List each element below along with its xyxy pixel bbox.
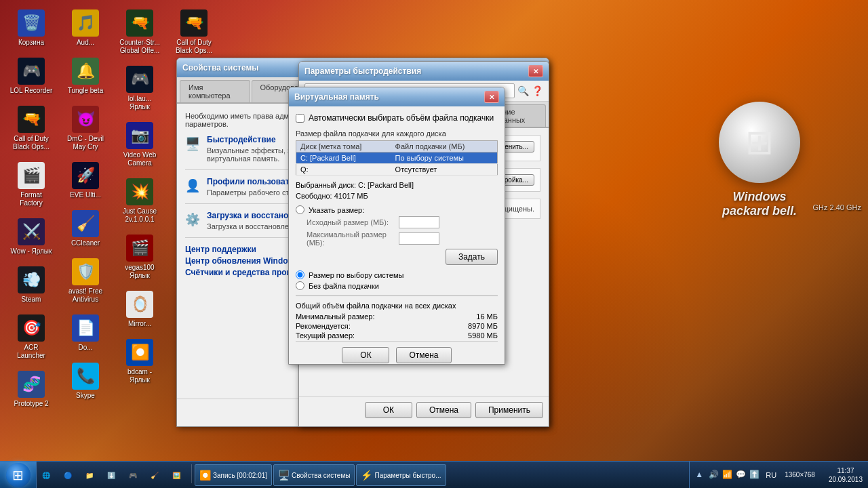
icon-lol-yarlyk[interactable]: 🎮 lol.lau... Ярлык [115,63,164,114]
perf-cancel-btn[interactable]: Отмена [416,402,471,418]
help-icon[interactable]: ❓ [532,85,543,96]
taskbar-tasks: 🌐 🔵 📁 ⬇️ 🎮 🧹 🖼️ ⏺️ Запись [37,462,689,488]
vm-free-value: 41017 МБ [334,192,368,200]
perf-ok-btn[interactable]: ОК [365,402,412,418]
search-icon[interactable]: 🔍 [517,85,529,96]
icon-acr[interactable]: 🎯 ACR Launcher [7,312,56,363]
cod-label: Call of Duty Black Ops... [9,135,53,151]
icon-prot2[interactable]: 🧬 Prototype 2 [7,368,56,411]
icon-avast[interactable]: 🛡️ avast! Free Antivirus [61,256,110,306]
vm-disk-row-c[interactable]: C: [Packard Bell] По выбору системы [296,152,498,164]
vm-min-value: 16 МБ [476,312,498,321]
vm-specify-radio[interactable] [296,205,304,214]
icon-eve[interactable]: 🚀 EVE Ulti... [61,159,110,202]
vm-none-radio[interactable] [296,281,304,290]
taskbar-explorer-btn[interactable]: 📁 [81,464,102,486]
rec-task-label: Запись [00:02:01] [213,472,267,479]
vm-close-btn[interactable]: ✕ [484,91,499,103]
vm-ok-btn[interactable]: ОК [342,347,389,363]
vm-titlebar[interactable]: Виртуальная память ✕ [289,87,505,106]
tray-volume-icon[interactable]: 🔊 [709,470,719,481]
icon-cs[interactable]: 🔫 Counter-Str... Global Offe... [115,7,164,58]
vm-initial-input[interactable] [399,216,439,228]
sys-task-icon: 🖥️ [278,470,289,481]
cod-icon: 🔫 [18,106,45,133]
icon-dmc[interactable]: 😈 DmC - Devil May Cry [61,103,110,154]
icon-cod[interactable]: 🔫 Call of Duty Black Ops... [7,103,56,154]
tray-network-icon[interactable]: 📶 [722,470,733,481]
icon-skype[interactable]: 📞 Skype [61,360,110,403]
taskbar-task-sys[interactable]: 🖥️ Свойства системы [273,464,355,486]
taskbar-utorrent-btn[interactable]: ⬇️ [103,464,123,486]
vm-dialog-title: Виртуальная память [294,92,484,102]
taskbar-chrome-btn[interactable]: 🔵 [60,464,80,486]
taskbar-media-btn[interactable]: 🖼️ [168,464,189,486]
tray-upload-icon[interactable]: ⬆️ [749,470,760,481]
icon-wow[interactable]: ⚔️ Wow - Ярлык [7,216,56,258]
vm-disk-row-q[interactable]: Q: Отсутствует [296,164,498,176]
vm-current-value: 5980 МБ [468,331,498,340]
icon-aud[interactable]: 🎵 Aud... [61,7,110,49]
icon-lol-recorder[interactable]: 🎮 LOL Recorder [7,55,56,98]
icon-ccleaner[interactable]: 🧹 CCleaner [61,207,110,250]
bdcam-label: bdcam - Ярлык [118,368,161,384]
wow-icon: ⚔️ [18,218,45,245]
tab-computer-name[interactable]: Имя компьютера [180,80,250,102]
vm-dialog-content: Автоматически выбирать объём файла подка… [289,106,505,364]
vm-system-label: Размер по выбору системы [309,271,403,279]
perf-apply-btn[interactable]: Применить [475,402,543,418]
perf-titlebar[interactable]: Параметры быстродействия ✕ [299,62,549,81]
do-label: Do... [78,344,92,352]
icon-bdcam[interactable]: ⏺️ bdcam - Ярлык [115,336,164,387]
tray-expand-icon[interactable]: ▲ [695,470,706,481]
taskbar-separator [191,464,192,483]
icon-steam[interactable]: 💨 Steam [7,264,56,306]
vm-selected-disk-label: Выбранный диск: [296,181,356,189]
tray-msg-icon[interactable]: 💬 [736,470,747,481]
vm-auto-label: Автоматически выбирать объём файла подка… [309,113,494,123]
vm-cancel-btn[interactable]: Отмена [396,347,451,363]
taskbar-lol-btn[interactable]: 🎮 [125,464,145,486]
vm-auto-checkbox[interactable] [296,114,304,123]
lol-tb-icon: 🎮 [129,472,137,479]
taskbar-cc-btn[interactable]: 🧹 [146,464,167,486]
jc-icon: 💥 [126,178,153,205]
icon-korzina[interactable]: 🗑️ Корзина [7,7,56,49]
icon-format[interactable]: 🎬 Format Factory [7,159,56,210]
tungle-icon: 🔔 [72,58,99,85]
taskbar-task-rec[interactable]: ⏺️ Запись [00:02:01] [195,464,272,486]
do-icon: 📄 [72,314,99,342]
acr-icon: 🎯 [18,314,45,342]
vm-disk-section-label: Размер файла подкачки для каждого диска [296,129,498,138]
taskbar-task-perf[interactable]: ⚡ Параметры быстро... [356,464,446,486]
icon-video[interactable]: 📷 Video Web Camera [115,119,164,170]
vm-system-radio[interactable] [296,270,304,279]
vm-current-label: Текущий размер: [296,331,355,340]
vm-max-input[interactable] [399,232,439,245]
pb-brand-label: packard bell. [719,204,800,218]
icon-do[interactable]: 📄 Do... [61,312,110,354]
icon-mirror[interactable]: 🪞 Mirror... [115,288,164,331]
perf-dialog-close[interactable]: ✕ [528,65,543,77]
windows-logo-icon: ⊞ [745,123,774,162]
desktop: 🗑️ Корзина 🎮 LOL Recorder 🔫 Call of Duty… [0,0,868,488]
start-button[interactable]: ⊞ [0,462,37,489]
format-label: Format Factory [9,191,53,207]
vm-zaddat-btn[interactable]: Задать [446,249,498,265]
vm-initial-label: Исходный размер (МБ): [307,218,395,226]
vm-disk-table: Диск [метка тома] Файл подкачки (МБ) C: … [296,140,498,176]
ccleaner-label: CCleaner [71,239,100,247]
cc-tb-icon: 🧹 [151,472,159,479]
vm-table-file-header: Файл подкачки (МБ) [391,141,498,152]
icon-vegas[interactable]: 🎬 vegas100 Ярлык [115,232,164,283]
taskbar-ie-btn[interactable]: 🌐 [38,464,58,486]
vm-disk-q-label: Q: [296,164,391,176]
explorer-icon: 📁 [85,472,94,479]
tray-language[interactable]: RU [763,471,779,479]
vm-table-disk-header: Диск [метка тома] [296,141,391,152]
vm-dialog-window: Виртуальная память ✕ Автоматически выбир… [288,87,505,365]
icon-jc[interactable]: 💥 Just Cause 2v.1.0.0.1 [115,176,164,226]
icon-tungle[interactable]: 🔔 Tungle beta [61,55,110,98]
taskbar-clock[interactable]: 11:37 20.09.2013 [823,466,868,484]
icon-cod2[interactable]: 🔫 Call of Duty Black Ops... [170,7,218,58]
